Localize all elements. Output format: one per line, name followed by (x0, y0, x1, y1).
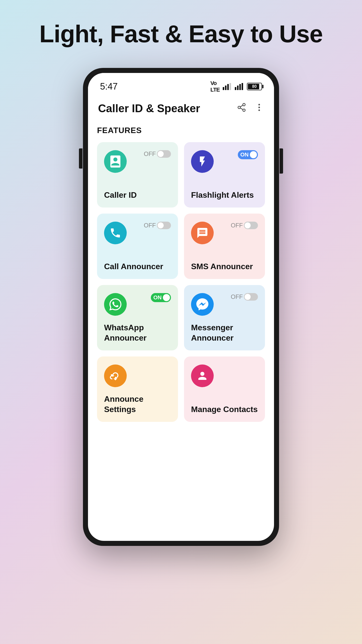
svg-rect-4 (235, 87, 236, 90)
svg-rect-1 (225, 86, 227, 90)
feature-card-messenger-announcer[interactable]: OFF Messenger Announcer (184, 285, 265, 350)
features-content: FEATURES OFF (88, 121, 274, 432)
card-whatsapp-top: ON (104, 293, 171, 316)
messenger-announcer-icon (191, 293, 214, 316)
card-call-top: OFF (104, 222, 171, 244)
whatsapp-announcer-icon (104, 293, 127, 316)
volte-icon: VoLTE (210, 80, 220, 93)
share-icon[interactable] (237, 103, 246, 114)
features-section-label: FEATURES (97, 126, 265, 135)
whatsapp-announcer-toggle[interactable]: ON (151, 293, 171, 302)
status-icons: VoLTE 80 (210, 80, 262, 93)
announce-settings-icon (104, 365, 127, 387)
call-announcer-icon (104, 222, 127, 244)
svg-line-11 (240, 108, 243, 109)
sms-announcer-icon (191, 222, 214, 244)
sms-announcer-label: SMS Announcer (191, 261, 258, 272)
call-announcer-label: Call Announcer (104, 261, 171, 272)
caller-id-icon (104, 150, 127, 173)
manage-contacts-label: Manage Contacts (191, 404, 258, 415)
caller-id-label: Caller ID (104, 190, 171, 200)
svg-rect-7 (242, 83, 243, 90)
battery-icon: 80 (247, 83, 262, 90)
card-contacts-top (191, 365, 258, 387)
feature-card-call-announcer[interactable]: OFF Call Announcer (97, 214, 178, 279)
more-vert-icon[interactable] (254, 103, 264, 114)
svg-point-15 (258, 109, 260, 111)
card-flashlight-top: ON (191, 150, 258, 173)
app-bar: Caller ID & Speaker (88, 96, 274, 121)
card-announce-top (104, 365, 171, 387)
feature-card-whatsapp-announcer[interactable]: ON WhatsApp Announcer (97, 285, 178, 350)
svg-point-14 (258, 106, 260, 108)
announce-settings-label: Announce Settings (104, 394, 171, 415)
feature-card-manage-contacts[interactable]: Manage Contacts (184, 356, 265, 422)
svg-rect-3 (230, 83, 231, 90)
flashlight-toggle[interactable]: ON (238, 150, 258, 159)
svg-point-13 (258, 104, 260, 105)
caller-id-toggle[interactable]: OFF (144, 150, 171, 158)
feature-card-announce-settings[interactable]: Announce Settings (97, 356, 178, 422)
card-caller-id-top: OFF (104, 150, 171, 173)
svg-rect-2 (227, 84, 229, 90)
app-bar-actions (237, 103, 264, 114)
signal-icon-1 (223, 83, 232, 90)
status-time: 5:47 (100, 81, 118, 92)
flashlight-icon (191, 150, 214, 173)
feature-card-caller-id[interactable]: OFF Caller ID (97, 142, 178, 208)
feature-grid: OFF Caller ID (97, 142, 265, 422)
flashlight-label: Flashlight Alerts (191, 190, 258, 200)
messenger-announcer-toggle[interactable]: OFF (231, 293, 258, 301)
svg-line-12 (240, 105, 243, 107)
sms-announcer-toggle[interactable]: OFF (231, 222, 258, 229)
whatsapp-announcer-label: WhatsApp Announcer (104, 323, 171, 343)
hero-title: Light, Fast & Easy to Use (39, 20, 323, 48)
phone-screen: 5:47 VoLTE 80 (88, 73, 274, 541)
feature-card-flashlight[interactable]: ON Flashlight Alerts (184, 142, 265, 208)
svg-rect-0 (223, 87, 224, 90)
phone-frame: 5:47 VoLTE 80 (83, 68, 279, 546)
card-messenger-top: OFF (191, 293, 258, 316)
manage-contacts-icon (191, 365, 214, 387)
card-sms-top: OFF (191, 222, 258, 244)
app-bar-title: Caller ID & Speaker (98, 102, 200, 115)
status-bar: 5:47 VoLTE 80 (88, 73, 274, 96)
svg-rect-5 (237, 86, 239, 90)
feature-card-sms-announcer[interactable]: OFF SMS Announcer (184, 214, 265, 279)
call-announcer-toggle[interactable]: OFF (144, 222, 171, 229)
svg-rect-6 (239, 84, 241, 90)
signal-icon-2 (235, 83, 244, 90)
messenger-announcer-label: Messenger Announcer (191, 323, 258, 343)
